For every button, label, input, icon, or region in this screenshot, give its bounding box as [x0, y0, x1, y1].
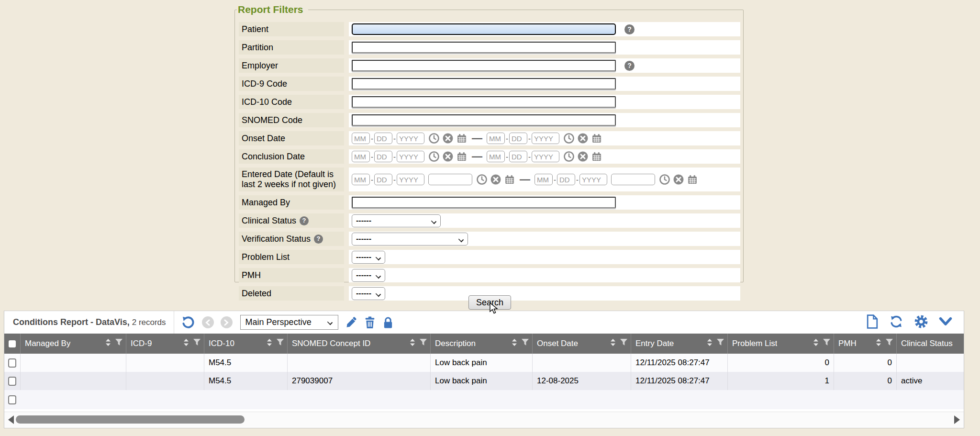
- x-circle-icon[interactable]: [490, 174, 501, 185]
- snomed-input[interactable]: [352, 114, 616, 126]
- sort-arrows-icon[interactable]: [105, 338, 111, 349]
- icd9-input[interactable]: [352, 78, 616, 89]
- funnel-icon[interactable]: [716, 338, 724, 349]
- calendar-icon[interactable]: [591, 133, 602, 144]
- sort-arrows-icon[interactable]: [813, 338, 819, 349]
- sort-arrows-icon[interactable]: [266, 338, 273, 349]
- column-header-description[interactable]: Description: [431, 334, 533, 354]
- table-row[interactable]: M54.5 Low back pain 12/11/2025 08:27:47 …: [4, 354, 964, 372]
- clock-icon[interactable]: [563, 133, 575, 144]
- x-circle-icon[interactable]: [673, 174, 684, 185]
- perspective-select[interactable]: Main Perspective: [240, 315, 338, 330]
- lock-icon[interactable]: [382, 316, 394, 329]
- chevron-down-icon[interactable]: [939, 316, 952, 329]
- calendar-icon[interactable]: [456, 133, 468, 144]
- conclusion-from-month-input[interactable]: [352, 151, 370, 162]
- entered-from-month-input[interactable]: [352, 174, 370, 185]
- x-circle-icon[interactable]: [442, 133, 454, 144]
- calendar-icon[interactable]: [591, 151, 602, 162]
- column-header-onset-date[interactable]: Onset Date: [533, 334, 631, 354]
- scroll-right-arrow-icon[interactable]: [954, 415, 960, 424]
- column-header-problem-list[interactable]: Problem List: [728, 334, 834, 354]
- conclusion-from-year-input[interactable]: [397, 151, 424, 162]
- help-icon[interactable]: ?: [300, 216, 309, 225]
- sort-arrows-icon[interactable]: [409, 338, 416, 349]
- x-circle-icon[interactable]: [577, 133, 589, 144]
- conclusion-to-year-input[interactable]: [532, 151, 559, 162]
- funnel-icon[interactable]: [115, 338, 123, 349]
- sort-arrows-icon[interactable]: [610, 338, 616, 349]
- trash-icon[interactable]: [364, 316, 376, 329]
- entered-to-day-input[interactable]: [557, 174, 575, 185]
- clock-icon[interactable]: [563, 151, 575, 162]
- entered-to-month-input[interactable]: [535, 174, 553, 185]
- help-icon[interactable]: ?: [624, 24, 635, 34]
- funnel-icon[interactable]: [823, 338, 831, 349]
- document-icon[interactable]: [866, 314, 879, 331]
- conclusion-to-day-input[interactable]: [509, 151, 527, 162]
- funnel-icon[interactable]: [620, 338, 628, 349]
- funnel-icon[interactable]: [276, 338, 284, 349]
- patient-input[interactable]: [352, 23, 616, 35]
- onset-to-month-input[interactable]: [487, 133, 505, 144]
- chevron-left-circle-icon[interactable]: [202, 316, 214, 328]
- funnel-icon[interactable]: [885, 338, 893, 349]
- table-row[interactable]: [4, 390, 964, 409]
- select-all-checkbox[interactable]: [4, 334, 21, 354]
- column-header-pmh[interactable]: PMH: [834, 334, 897, 354]
- funnel-icon[interactable]: [521, 338, 529, 349]
- onset-from-day-input[interactable]: [374, 133, 392, 144]
- pmh-select[interactable]: ------: [352, 269, 385, 282]
- x-circle-icon[interactable]: [577, 151, 589, 162]
- entered-from-year-input[interactable]: [397, 174, 424, 185]
- clock-icon[interactable]: [659, 174, 670, 185]
- row-checkbox[interactable]: [8, 377, 16, 386]
- onset-from-month-input[interactable]: [352, 133, 370, 144]
- scroll-left-arrow-icon[interactable]: [8, 415, 14, 424]
- column-header-icd9[interactable]: ICD-9: [126, 334, 204, 354]
- partition-input[interactable]: [352, 42, 616, 53]
- column-header-managed-by[interactable]: Managed By: [21, 334, 126, 354]
- deleted-select[interactable]: ------: [352, 287, 385, 300]
- verification-status-select[interactable]: ------: [352, 233, 468, 246]
- clinical-status-select[interactable]: ------: [352, 214, 441, 227]
- chevron-right-circle-icon[interactable]: [221, 316, 233, 328]
- icd10-input[interactable]: [352, 96, 616, 108]
- employer-input[interactable]: [352, 60, 616, 71]
- help-icon[interactable]: ?: [314, 235, 323, 244]
- clock-icon[interactable]: [428, 133, 440, 144]
- x-circle-icon[interactable]: [442, 151, 454, 162]
- horizontal-scrollbar[interactable]: [4, 412, 964, 427]
- sort-arrows-icon[interactable]: [875, 338, 882, 349]
- sort-arrows-icon[interactable]: [183, 338, 189, 349]
- entered-from-day-input[interactable]: [374, 174, 392, 185]
- column-header-clinical-status[interactable]: Clinical Status: [897, 334, 963, 354]
- funnel-icon[interactable]: [419, 338, 427, 349]
- conclusion-from-day-input[interactable]: [374, 151, 392, 162]
- row-checkbox[interactable]: [8, 358, 16, 368]
- column-header-snomed-concept-id[interactable]: SNOMED Concept ID: [288, 334, 431, 354]
- funnel-icon[interactable]: [193, 338, 201, 349]
- column-header-entry-date[interactable]: Entry Date: [631, 334, 728, 354]
- problem-list-select[interactable]: ------: [352, 251, 385, 264]
- help-icon[interactable]: ?: [624, 61, 635, 71]
- pencil-icon[interactable]: [345, 316, 357, 329]
- calendar-icon[interactable]: [687, 174, 698, 185]
- sort-arrows-icon[interactable]: [706, 338, 713, 349]
- row-checkbox[interactable]: [8, 395, 16, 404]
- scrollbar-thumb[interactable]: [16, 415, 245, 424]
- conclusion-to-month-input[interactable]: [487, 151, 505, 162]
- entered-to-time-input[interactable]: [611, 174, 655, 185]
- clock-icon[interactable]: [428, 151, 440, 162]
- onset-from-year-input[interactable]: [397, 133, 424, 144]
- column-header-icd10[interactable]: ICD-10: [204, 334, 288, 354]
- calendar-icon[interactable]: [504, 174, 515, 185]
- table-row[interactable]: M54.5 279039007 Low back pain 12-08-2025…: [4, 372, 964, 390]
- refresh-icon[interactable]: [889, 314, 903, 331]
- calendar-icon[interactable]: [456, 151, 468, 162]
- undo-arrow-icon[interactable]: [181, 315, 195, 330]
- onset-to-day-input[interactable]: [509, 133, 527, 144]
- managed-by-input[interactable]: [352, 197, 616, 208]
- entered-from-time-input[interactable]: [428, 174, 472, 185]
- onset-to-year-input[interactable]: [532, 133, 559, 144]
